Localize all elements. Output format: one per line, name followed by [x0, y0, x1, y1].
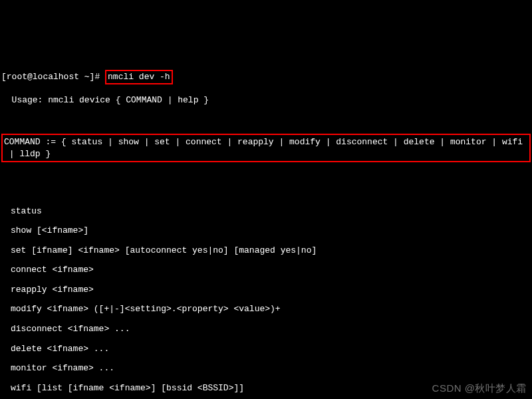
- command-help-line: disconnect <ifname> ...: [1, 323, 532, 335]
- shell-prompt: [root@localhost ~]#: [1, 72, 100, 82]
- command-help-line: status: [1, 205, 532, 217]
- command-help-line: modify <ifname> ([+|-]<setting>.<propert…: [1, 303, 532, 315]
- command-help-line: set [ifname] <ifname> [autoconnect yes|n…: [1, 245, 532, 257]
- typed-command-highlight: nmcli dev -h: [105, 70, 173, 84]
- command-help-line: show [<ifname>]: [1, 225, 532, 237]
- command-help-line: reapply <ifname>: [1, 284, 532, 296]
- command-synopsis-highlight: COMMAND := { status | show | set | conne…: [1, 134, 531, 162]
- typed-command: nmcli dev -h: [108, 72, 170, 82]
- command-help-line: delete <ifname> ...: [1, 343, 532, 355]
- command-list: statusshow [<ifname>]set [ifname] <ifnam…: [1, 205, 532, 399]
- command-synopsis-line1: COMMAND := { status | show | set | conne…: [4, 137, 523, 147]
- terminal-output: [root@localhost ~]# nmcli dev -h Usage: …: [0, 47, 532, 399]
- watermark: CSDN @秋叶梦人霜: [432, 382, 527, 395]
- command-synopsis-line2: | lldp }: [4, 149, 51, 159]
- usage-line: Usage: nmcli device { COMMAND | help }: [12, 95, 209, 105]
- command-help-line: connect <ifname>: [1, 264, 532, 276]
- prompt-line: [root@localhost ~]# nmcli dev -h: [1, 71, 532, 83]
- command-help-line: monitor <ifname> ...: [1, 362, 532, 374]
